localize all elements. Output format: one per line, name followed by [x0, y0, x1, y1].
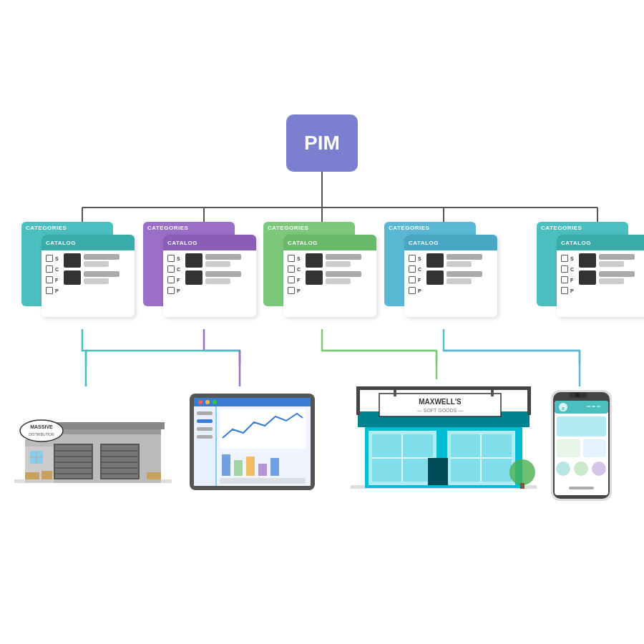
svg-point-98 [556, 462, 570, 476]
svg-rect-51 [197, 419, 213, 423]
svg-rect-61 [220, 478, 306, 484]
cat-card-label-5: CATEGORIES [541, 225, 582, 231]
svg-text:— SOFT GOODS —: — SOFT GOODS — [417, 408, 463, 413]
svg-point-82 [509, 459, 535, 485]
catalog-card-header-2: CATALOG [163, 235, 256, 250]
catalog-card-header-3: CATALOG [283, 235, 376, 250]
svg-rect-97 [583, 439, 606, 457]
store-illustration: MAXWELL'S — SOFT GOODS — [351, 379, 537, 504]
svg-point-47 [205, 400, 210, 404]
connection-lines [0, 0, 644, 644]
catalog-card-3: CATALOG S C F P [283, 235, 376, 317]
svg-rect-72 [527, 386, 531, 415]
catalog-card-1: CATALOG S C F P [42, 235, 135, 317]
catalog-card-2: CATALOG S C F P [163, 235, 256, 317]
svg-text:DISTRIBUTION: DISTRIBUTION [29, 432, 54, 436]
svg-point-46 [198, 400, 203, 404]
svg-rect-83 [520, 483, 525, 489]
pim-box: PIM [286, 114, 358, 172]
catalog-card-body-5: S C F P [557, 250, 644, 297]
catalog-card-body-3: S C F P [283, 250, 376, 297]
diagram-container: PIM CATEGORIES CATALOG S C F P [0, 0, 644, 644]
svg-rect-96 [557, 439, 580, 457]
catalog-card-header-5: CATALOG [557, 235, 644, 250]
svg-rect-92 [587, 406, 590, 407]
svg-rect-53 [197, 435, 213, 439]
svg-rect-49 [194, 406, 215, 486]
catalog-card-5: CATALOG S C F P [557, 235, 644, 317]
svg-rect-94 [597, 406, 600, 407]
catalog-card-body-4: S C F P [404, 250, 497, 297]
catalog-card-body-2: S C F P [163, 250, 256, 297]
svg-rect-19 [55, 445, 92, 478]
svg-rect-60 [270, 458, 279, 476]
svg-rect-58 [246, 457, 255, 476]
catalog-card-body-1: S C F P [42, 250, 135, 297]
svg-rect-93 [592, 406, 595, 407]
svg-rect-81 [428, 458, 448, 485]
svg-text:a: a [562, 406, 565, 411]
svg-text:MAXWELL'S: MAXWELL'S [419, 398, 462, 406]
mobile-illustration: a [544, 386, 623, 511]
pim-label: PIM [304, 132, 340, 155]
svg-rect-45 [194, 398, 311, 406]
svg-rect-42 [147, 472, 161, 479]
svg-rect-41 [42, 471, 52, 479]
catalog-card-header-4: CATALOG [404, 235, 497, 250]
cat-card-label-2: CATEGORIES [147, 225, 188, 231]
catalog-card-4: CATALOG S C F P [404, 235, 497, 317]
svg-rect-95 [557, 416, 606, 436]
svg-text:MASSIVE: MASSIVE [30, 424, 53, 429]
svg-point-100 [592, 462, 606, 476]
svg-rect-50 [197, 411, 213, 415]
warehouse-illustration: MASSIVE DISTRIBUTION [14, 386, 172, 504]
tablet-illustration [175, 386, 326, 504]
svg-rect-57 [234, 460, 243, 476]
svg-rect-26 [102, 445, 138, 478]
svg-rect-70 [356, 386, 531, 390]
svg-rect-40 [25, 472, 39, 479]
cat-card-label-1: CATEGORIES [26, 225, 67, 231]
svg-rect-101 [569, 487, 594, 489]
svg-rect-52 [197, 427, 213, 431]
svg-point-48 [213, 400, 217, 404]
svg-rect-71 [356, 386, 360, 415]
svg-point-89 [575, 393, 580, 397]
svg-point-99 [574, 462, 588, 476]
cat-card-label-3: CATEGORIES [268, 225, 308, 231]
svg-rect-59 [258, 464, 267, 476]
svg-rect-17 [47, 422, 165, 429]
catalog-card-header-1: CATALOG [42, 235, 135, 250]
cat-card-label-4: CATEGORIES [389, 225, 429, 231]
svg-point-37 [20, 420, 63, 441]
svg-rect-56 [222, 454, 230, 476]
